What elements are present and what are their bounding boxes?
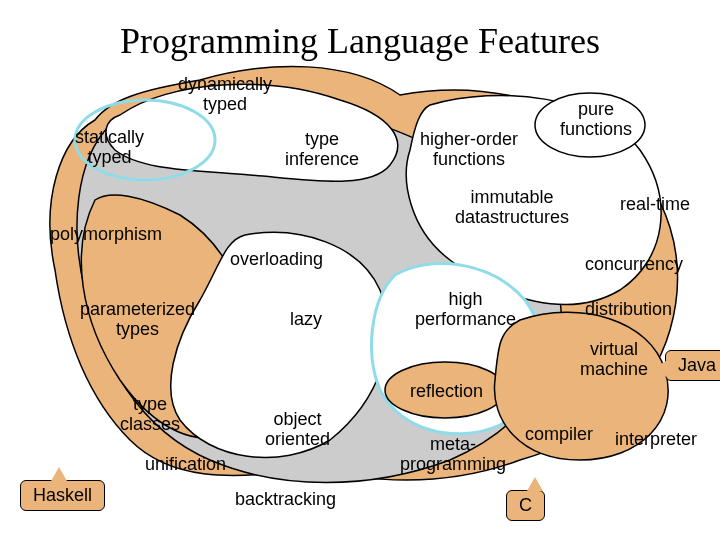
label-concurrency: concurrency [585,255,683,275]
label-virtual-machine: virtual machine [580,340,648,380]
label-type-inference: type inference [285,130,359,170]
label-lazy: lazy [290,310,322,330]
label-statically-typed: statically typed [75,128,144,168]
label-high-performance: high performance [415,290,516,330]
label-pure-functions: pure functions [560,100,632,140]
label-overloading: overloading [230,250,323,270]
callout-java: Java [665,350,720,381]
callout-c: C [506,490,545,521]
diagram-title: Programming Language Features [0,20,720,62]
label-reflection: reflection [410,382,483,402]
label-higher-order-functions: higher-order functions [420,130,518,170]
label-compiler: compiler [525,425,593,445]
label-interpreter: interpreter [615,430,697,450]
label-parameterized-types: parameterized types [80,300,195,340]
label-real-time: real-time [620,195,690,215]
label-polymorphism: polymorphism [50,225,162,245]
label-distribution: distribution [585,300,672,320]
label-immutable-datastructures: immutable datastructures [455,188,569,228]
label-dynamically-typed: dynamically typed [178,75,272,115]
label-object-oriented: object oriented [265,410,330,450]
callout-haskell: Haskell [20,480,105,511]
label-backtracking: backtracking [235,490,336,510]
label-metaprogramming: meta- programming [400,435,506,475]
label-unification: unification [145,455,226,475]
label-type-classes: type classes [120,395,180,435]
